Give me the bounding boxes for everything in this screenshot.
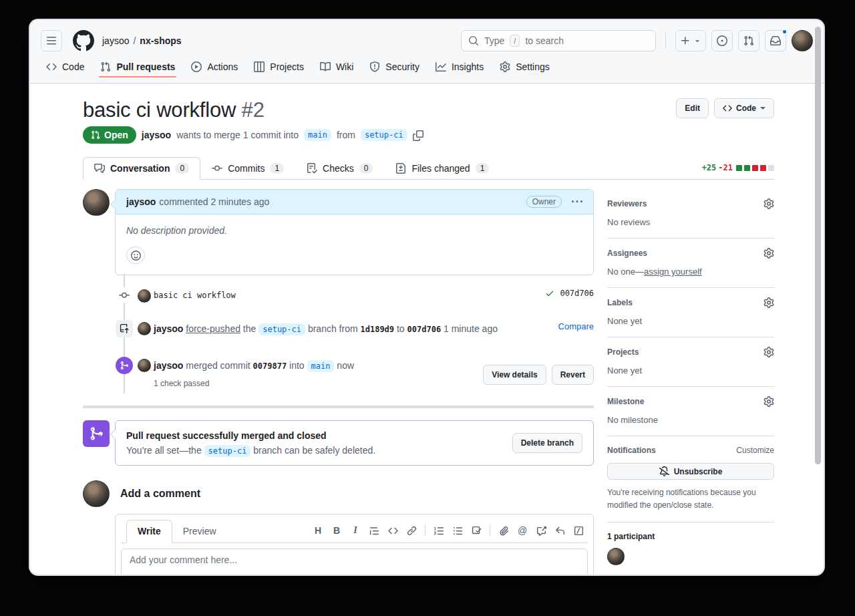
tab-conversation[interactable]: Conversation0 <box>83 157 200 180</box>
commit-author-avatar[interactable] <box>138 289 151 303</box>
hamburger-menu-button[interactable] <box>41 30 62 51</box>
tab-code[interactable]: Code <box>41 57 90 83</box>
bullet-list-button[interactable] <box>448 521 467 540</box>
timeline-divider <box>83 406 594 408</box>
code-button[interactable] <box>383 521 402 540</box>
gear-icon[interactable] <box>763 347 774 357</box>
breadcrumb-owner[interactable]: jaysoo <box>102 35 129 46</box>
actor-avatar[interactable] <box>138 359 151 372</box>
italic-button[interactable]: I <box>346 521 365 540</box>
tab-preview[interactable]: Preview <box>172 520 227 543</box>
cross-reference-button[interactable] <box>532 521 550 540</box>
repo-nav: Code Pull requests Actions Projects Wiki… <box>41 57 813 83</box>
gear-icon[interactable] <box>763 248 774 259</box>
pr-from-text: from <box>337 130 355 140</box>
tab-settings[interactable]: Settings <box>494 57 555 83</box>
actor-avatar[interactable] <box>138 322 151 335</box>
chevron-down-icon <box>693 37 701 45</box>
breadcrumb-repo[interactable]: nx-shops <box>140 35 181 46</box>
timestamp: now <box>337 360 354 371</box>
head-branch-tag[interactable]: setup-ci <box>259 323 305 335</box>
tab-wiki[interactable]: Wiki <box>315 57 359 83</box>
text: the <box>243 323 256 334</box>
git-pull-request-icon <box>100 61 111 72</box>
head-branch-tag[interactable]: setup-ci <box>204 445 251 457</box>
link-button[interactable] <box>402 521 421 540</box>
view-details-button[interactable]: View details <box>483 365 546 385</box>
check-success-icon[interactable] <box>545 289 554 298</box>
assign-yourself-link[interactable]: assign yourself <box>644 267 702 277</box>
tab-label: Settings <box>516 61 550 72</box>
tab-security[interactable]: Security <box>364 57 425 83</box>
merged-banner-title: Pull request successfully merged and clo… <box>126 430 375 441</box>
customize-link[interactable]: Customize <box>736 446 774 455</box>
mention-button[interactable]: @ <box>513 521 532 540</box>
tab-insights[interactable]: Insights <box>430 57 489 83</box>
participant-avatar[interactable] <box>607 548 625 565</box>
tab-commits[interactable]: Commits1 <box>200 157 295 180</box>
search-placeholder-prefix: Type <box>484 35 504 46</box>
edit-button[interactable]: Edit <box>676 98 709 118</box>
attach-file-button[interactable] <box>494 521 513 540</box>
search-input[interactable]: Type / to search <box>461 30 656 51</box>
bold-button[interactable]: B <box>327 521 346 540</box>
pr-description-comment: jaysoo commented 2 minutes ago Owner No … <box>115 189 594 275</box>
add-reaction-button[interactable] <box>126 247 145 264</box>
head-branch-tag[interactable]: setup-ci <box>361 129 407 141</box>
github-logo-icon[interactable] <box>73 30 94 51</box>
gear-icon[interactable] <box>763 297 774 308</box>
gear-icon[interactable] <box>763 198 774 209</box>
pull-requests-button[interactable] <box>738 30 759 51</box>
issues-button[interactable] <box>711 30 733 51</box>
heading-button[interactable]: H <box>309 521 327 540</box>
sidebar-section-labels: Labels None yet <box>607 288 774 337</box>
old-sha[interactable]: 1d189d9 <box>361 325 395 334</box>
tab-projects[interactable]: Projects <box>248 57 309 83</box>
delete-branch-button[interactable]: Delete branch <box>512 433 582 453</box>
new-sha[interactable]: 007d706 <box>407 325 442 334</box>
user-avatar[interactable] <box>792 30 813 51</box>
force-pushed-link[interactable]: force-pushed <box>186 323 240 334</box>
actor-name[interactable]: jaysoo <box>154 323 183 334</box>
comment-author-avatar[interactable] <box>83 189 110 216</box>
revert-button[interactable]: Revert <box>552 365 594 385</box>
saved-replies-button[interactable] <box>550 521 569 540</box>
pr-sidebar: Reviewers No reviews Assignees No one—as… <box>607 189 774 575</box>
scrollbar[interactable] <box>814 21 822 573</box>
graph-icon <box>436 61 446 72</box>
numbered-list-button[interactable] <box>430 521 448 540</box>
tab-checks[interactable]: Checks0 <box>295 157 384 180</box>
comment-author[interactable]: jaysoo <box>126 196 156 207</box>
compare-link[interactable]: Compare <box>558 321 594 331</box>
task-list-button[interactable] <box>467 521 486 540</box>
tab-label: Pull requests <box>116 61 175 72</box>
merge-commit-sha[interactable]: 0079877 <box>253 361 287 371</box>
tab-actions[interactable]: Actions <box>186 57 243 83</box>
scrollbar-thumb[interactable] <box>815 27 821 464</box>
copy-branch-icon[interactable] <box>413 129 423 140</box>
section-title: Milestone <box>607 397 644 406</box>
git-pull-request-icon <box>91 130 100 140</box>
actor-name[interactable]: jaysoo <box>154 360 183 371</box>
commit-sha[interactable]: 007d706 <box>560 289 594 298</box>
comment-kebab-menu[interactable] <box>572 196 582 207</box>
gear-icon[interactable] <box>763 396 774 407</box>
tab-files-changed[interactable]: Files changed1 <box>384 157 500 180</box>
pr-number: #2 <box>242 98 265 122</box>
base-branch-tag[interactable]: main <box>307 360 335 372</box>
tab-write[interactable]: Write <box>126 520 172 543</box>
code-dropdown-button[interactable]: Code <box>714 98 774 118</box>
base-branch-tag[interactable]: main <box>304 129 331 141</box>
create-new-button[interactable] <box>675 30 706 51</box>
task-list-icon <box>472 526 482 536</box>
tab-pull-requests[interactable]: Pull requests <box>95 57 180 83</box>
unsubscribe-button[interactable]: Unsubscribe <box>607 463 774 480</box>
notifications-inbox-button[interactable] <box>765 30 786 51</box>
comment-textarea[interactable] <box>121 549 588 575</box>
slash-commands-button[interactable] <box>569 521 588 540</box>
pr-author[interactable]: jaysoo <box>142 130 171 140</box>
check-status[interactable]: 1 check passed <box>154 376 354 391</box>
participants-label: 1 participant <box>607 532 774 541</box>
commit-message[interactable]: basic ci workflow <box>154 289 236 300</box>
quote-button[interactable] <box>365 521 383 540</box>
